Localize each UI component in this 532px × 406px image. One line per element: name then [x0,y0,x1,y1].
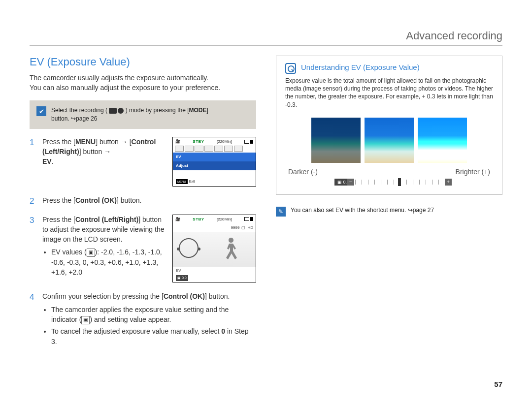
menu-tabs-icons [173,146,256,153]
hd-icon: HD [247,225,253,231]
step-3: Press the [Control (Left/Right)] button … [30,215,256,283]
scale-line-icon [355,180,444,185]
menu-row-adjust: Adjust [173,161,256,170]
ev-badge-icon: ▣ 0.0 [176,275,188,281]
precondition-note: ✔ Select the recording ( ) mode by press… [30,100,256,129]
still-icon: ▢ [241,225,245,231]
menu-row-ev: EV [173,153,256,161]
ev-scale: ▣ 0.0 [285,179,493,186]
page-number: 57 [494,380,502,388]
step-1: Press the [MENU] button → [Control (Left… [30,137,256,187]
chapter-title: Advanced recording [406,30,502,42]
page-header: Advanced recording [30,30,502,46]
step-2: Press the [Control (OK)] button. [30,195,256,205]
shortcut-tip: ✎ You can also set EV with the shortcut … [276,207,502,217]
darker-brighter-labels: Darker (-) Brighter (+) [285,168,493,176]
intro-line-1: The camcorder usually adjusts the exposu… [30,73,256,83]
note-icon: ✎ [276,207,286,217]
sidebox-title: Understanding EV (Exposure Value) [301,63,420,71]
page-columns: EV (Exposure Value) The camcorder usuall… [30,56,502,355]
mode-icons [109,108,124,114]
battery-icon [244,140,253,144]
thumb-bright [418,118,467,163]
step-4: Confirm your selection by pressing the [… [30,291,256,346]
step4-bullet-1: The camcorder applies the exposure value… [51,305,256,325]
brighter-label: Brighter (+) [456,168,490,176]
thumb-normal [365,118,414,163]
arrow-icon [408,207,413,214]
note-text: Select the recording ( ) mode by pressin… [51,106,208,123]
lcd-screenshot-menu: 🎥 STBY [220Min] EV Adjust MENUExit [172,137,256,187]
ev-indicator-icon: ▣ [87,249,95,257]
intro-text: The camcorder usually adjusts the exposu… [30,73,256,93]
ev-values-bullet: EV values (▣): -2.0, -1.6, -1.3, -1.0, -… [51,247,165,277]
arrow-icon [71,115,76,122]
tip-text: You can also set EV with the shortcut me… [291,207,434,214]
steps-list: Press the [MENU] button → [Control (Left… [30,137,256,346]
battery-icon [244,217,253,221]
lcd-screenshot-adjust: 🎥 STBY [220Min] 9999 ▢ HD [172,215,256,283]
right-column: Understanding EV (Exposure Value) Exposu… [276,56,502,355]
exposure-thumbnails [285,118,493,163]
section-title: EV (Exposure Value) [30,56,256,68]
understanding-ev-box: Understanding EV (Exposure Value) Exposu… [276,56,502,195]
ev-indicator-icon: ▣ [81,316,90,324]
step4-bullet-2: To cancel the adjusted exposure value ma… [51,326,256,346]
thumb-dark [311,118,361,163]
control-dial-icon [179,238,199,258]
magnifier-icon [285,63,296,74]
intro-line-2: You can also manually adjust the exposur… [30,83,256,93]
person-silhouette-icon [216,235,246,264]
check-icon: ✔ [36,106,46,116]
sidebox-body: Exposure value is the total amount of li… [285,77,493,109]
left-column: EV (Exposure Value) The camcorder usuall… [30,56,256,355]
darker-label: Darker (-) [288,168,318,176]
